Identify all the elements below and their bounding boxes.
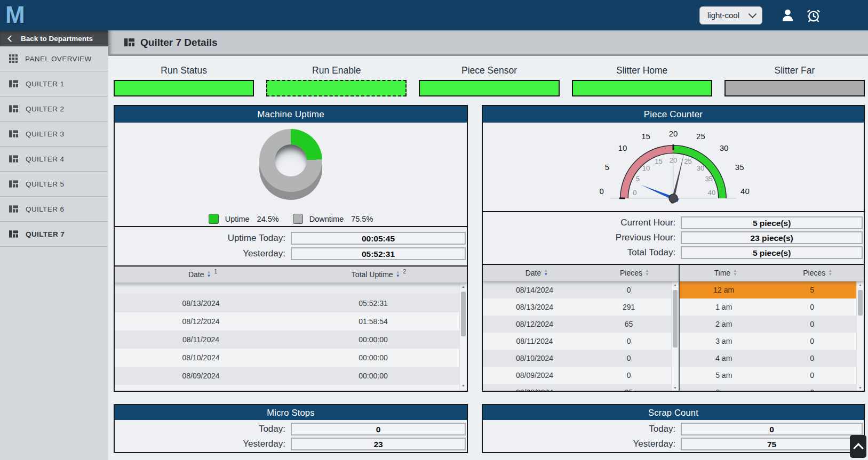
table-cell: 0 <box>768 384 857 392</box>
table-cell: 00:00:00 <box>287 349 459 367</box>
table-row[interactable]: 08/09/202400:00:00 <box>115 367 459 385</box>
scroll-down-arrow[interactable]: ▼ <box>461 382 465 390</box>
legend-swatch <box>293 214 303 224</box>
table-row[interactable]: 08/11/202400:00:00 <box>115 330 459 349</box>
scrollbar-thumb[interactable] <box>673 290 678 348</box>
column-header-pieces[interactable]: Pieces▲▼ <box>591 265 679 281</box>
column-header-pieces[interactable]: Pieces▲▼ <box>772 265 864 281</box>
table-row[interactable]: 08/14/20240 <box>483 281 671 298</box>
table-row[interactable]: 08/13/202405:52:31 <box>115 294 459 312</box>
table-cell: 08/08/2024 <box>483 384 586 392</box>
table-row[interactable]: 2 am0 <box>680 316 856 333</box>
table-row[interactable]: 08/12/202401:58:54 <box>115 312 459 330</box>
stat-label: Total Today: <box>483 247 681 258</box>
table-cell: 2 am <box>680 316 768 333</box>
panel-title-text: Machine Uptime <box>257 109 324 120</box>
table-row[interactable]: 1 am0 <box>680 298 856 316</box>
sidebar-item-quilter-5[interactable]: QUILTER 5 <box>0 172 108 197</box>
machine-panel-icon <box>9 180 18 188</box>
sort-icon: ▲▼ <box>733 269 737 277</box>
sort-icon: ▲▼ <box>396 271 400 278</box>
column-header-total-uptime[interactable]: Total Uptime▲▼2 <box>291 267 467 283</box>
scroll-to-top-button[interactable] <box>850 435 866 458</box>
scroll-up-arrow[interactable]: ▲ <box>461 283 465 290</box>
table-row[interactable]: 08/10/202400:00:00 <box>115 349 459 367</box>
stat-row: Current Hour:5 piece(s) <box>483 216 864 230</box>
legend-value: 75.5% <box>351 215 373 223</box>
panel-title: Scrap Count <box>483 405 864 420</box>
table-cell: 08/13/2024 <box>115 294 287 312</box>
status-indicator-row: Run StatusRun EnablePiece SensorSlitter … <box>114 65 865 96</box>
table-row[interactable]: 4 am0 <box>680 350 856 367</box>
table-row[interactable]: 08/08/202425 <box>483 384 671 392</box>
stat-value: 05:52:31 <box>291 247 466 260</box>
table-row[interactable]: 08/08/202400:41:40 <box>115 385 459 390</box>
sidebar-item-quilter-3[interactable]: QUILTER 3 <box>0 122 108 147</box>
app-logo[interactable]: M <box>5 1 25 29</box>
theme-select[interactable]: light-cool <box>699 6 762 25</box>
table-row[interactable]: 12 am5 <box>680 281 856 298</box>
sidebar-item-quilter-2[interactable]: QUILTER 2 <box>0 96 108 122</box>
legend-value: 24.5% <box>257 215 279 223</box>
table-cell: 0 <box>586 281 671 298</box>
user-icon[interactable] <box>779 7 795 23</box>
scroll-down-arrow[interactable]: ▼ <box>858 384 862 392</box>
svg-text:40: 40 <box>708 189 715 197</box>
table-row[interactable]: 3 am0 <box>680 333 856 350</box>
stat-row: Total Today:5 piece(s) <box>483 246 864 260</box>
column-header-time[interactable]: Time▲▼ <box>680 265 772 281</box>
back-button-label: Back to Departments <box>21 35 93 43</box>
scrollbar[interactable]: ▲▼ <box>671 281 679 392</box>
scrollbar-thumb[interactable] <box>461 292 466 336</box>
scrollbar-thumb[interactable] <box>858 290 863 316</box>
table-row[interactable]: 08/12/202465 <box>483 316 671 333</box>
table-row[interactable]: 08/09/20240 <box>483 367 671 384</box>
stat-label: Uptime Today: <box>115 233 291 244</box>
table-row[interactable]: 08/13/2024291 <box>483 298 671 316</box>
table-cell: 25 <box>586 384 671 392</box>
topbar: M light-cool <box>0 0 868 30</box>
sidebar-item-panel-overview[interactable]: PANEL OVERVIEW <box>0 46 108 71</box>
sidebar-item-quilter-7[interactable]: QUILTER 7 <box>0 222 108 247</box>
sidebar-item-label: QUILTER 1 <box>26 80 64 88</box>
piece-tables: Date▲▼Pieces▲▼08/14/2024008/13/202429108… <box>483 264 864 392</box>
main-content: Run StatusRun EnablePiece SensorSlitter … <box>108 56 868 460</box>
status-label: Piece Sensor <box>419 65 559 76</box>
hourly-pieces-table: Time▲▼Pieces▲▼12 am51 am02 am03 am04 am0… <box>679 265 864 392</box>
alarm-clock-icon[interactable] <box>806 7 822 23</box>
table-row[interactable]: 08/11/20240 <box>483 333 671 350</box>
sidebar-items: PANEL OVERVIEWQUILTER 1QUILTER 2QUILTER … <box>0 46 108 247</box>
sidebar-item-quilter-4[interactable]: QUILTER 4 <box>0 147 108 172</box>
stat-label: Yesterday: <box>483 439 681 449</box>
table-cell: 0 <box>586 333 671 350</box>
table-cell: 08/09/2024 <box>483 367 586 384</box>
sidebar-item-quilter-1[interactable]: QUILTER 1 <box>0 71 108 96</box>
scrollbar[interactable]: ▲▼ <box>459 283 467 390</box>
table-cell: 01:58:54 <box>287 312 459 330</box>
table-row[interactable]: 6 am0 <box>680 384 856 392</box>
machine-panel-icon <box>9 205 18 213</box>
sidebar-item-quilter-6[interactable]: QUILTER 6 <box>0 197 108 222</box>
table-rows: 12 am51 am02 am03 am04 am05 am06 am0 <box>680 281 856 392</box>
machine-panel-icon <box>124 38 134 46</box>
table-cell: 12 am <box>680 281 768 298</box>
svg-text:35: 35 <box>735 163 744 172</box>
scroll-up-arrow[interactable]: ▲ <box>858 281 862 289</box>
status-indicator-piece-sensor: Piece Sensor <box>419 65 559 96</box>
scroll-down-arrow[interactable]: ▼ <box>673 384 677 392</box>
table-cell: 08/11/2024 <box>483 333 586 350</box>
machine-uptime-panel: Machine Uptime Uptime24.5%Downtime75.5% … <box>114 105 468 392</box>
back-to-departments-button[interactable]: Back to Departments <box>0 30 108 46</box>
table-row[interactable]: 5 am0 <box>680 367 856 384</box>
stat-label: Previous Hour: <box>483 232 681 243</box>
stat-row: Yesterday:23 <box>115 437 467 451</box>
column-header-date[interactable]: Date▲▼1 <box>115 267 291 283</box>
status-indicator-run-status: Run Status <box>114 65 254 96</box>
machine-panel-icon <box>9 80 18 87</box>
scroll-up-arrow[interactable]: ▲ <box>673 281 677 289</box>
svg-text:10: 10 <box>618 143 627 152</box>
svg-text:25: 25 <box>696 132 705 141</box>
scrollbar[interactable]: ▲▼ <box>856 281 864 392</box>
table-row[interactable]: 08/10/20240 <box>483 350 671 367</box>
column-header-date[interactable]: Date▲▼ <box>483 265 591 281</box>
